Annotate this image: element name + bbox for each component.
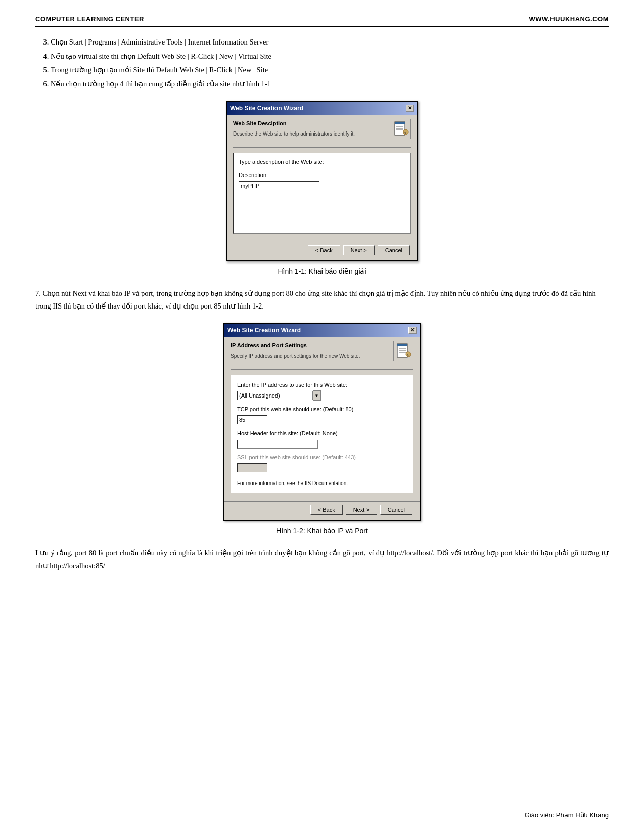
step-6: Nếu chọn trường hợp 4 thì bạn cung tấp d…: [51, 78, 609, 91]
dialog-2-title: Web Site Creation Wizard: [227, 325, 301, 335]
dialog-1-desc-label: Description:: [239, 170, 405, 180]
dialog-1-title: Web Site Creation Wizard: [230, 103, 303, 113]
step-4: Nếu tạo virtual site thì chọn Default We…: [51, 50, 609, 63]
dialog-2-tcp-input[interactable]: [237, 415, 267, 424]
dialog-1-section-title: Web Site Desciption: [233, 119, 386, 128]
dialog-2-close-button[interactable]: ✕: [408, 327, 417, 334]
step-7-text: Chọn nút Next và khai báo IP và port, tr…: [35, 289, 596, 310]
header-left: COMPUTER LEARNING CENTER: [35, 15, 144, 23]
dialog-2-tcp-label: TCP port this web site should use: (Defa…: [237, 405, 407, 414]
steps-list: Chọn Start | Programs | Administrative T…: [51, 36, 609, 91]
page: COMPUTER LEARNING CENTER WWW.HUUKHANG.CO…: [0, 0, 644, 834]
dialog-2: Web Site Creation Wizard ✕ IP Address an…: [223, 323, 421, 521]
step-7-number: 7.: [35, 289, 41, 297]
dialog-2-ssl-label: SSL port this web site should use: (Defa…: [237, 453, 407, 462]
ip-dropdown-arrow[interactable]: ▼: [313, 390, 321, 401]
para-text: Lưu ý rằng, port 80 là port chuẩn điều n…: [35, 547, 609, 573]
wizard-icon-2: $: [395, 343, 411, 359]
figure-1-caption: Hình 1-1: Khai báo diễn giải: [278, 266, 366, 278]
dialog-2-titlebar: Web Site Creation Wizard ✕: [224, 324, 420, 337]
dialog-1-next-button[interactable]: Next >: [343, 245, 375, 255]
dialog-1: Web Site Creation Wizard ✕ Web Site Desc…: [226, 101, 418, 261]
dialog-2-ip-row: ▼: [237, 390, 407, 401]
figure-2-caption: Hình 1-2: Khai báo IP và Port: [276, 525, 368, 537]
svg-rect-8: [397, 344, 407, 346]
dialog-1-header-row: Web Site Desciption Describe the Web sit…: [233, 119, 411, 148]
page-header: COMPUTER LEARNING CENTER WWW.HUUKHANG.CO…: [35, 15, 609, 27]
dialog-1-footer: < Back Next > Cancel: [227, 242, 417, 260]
dialog-2-host-label: Host Header for this site: (Default: Non…: [237, 429, 407, 438]
dialog-1-icon: $: [391, 119, 411, 139]
dialog-2-header-row: IP Address and Port Settings Specify IP …: [231, 341, 413, 370]
dialog-2-footer: < Back Next > Cancel: [224, 501, 420, 520]
dialog-1-section-desc: Describe the Web site to help administra…: [233, 129, 386, 138]
dialog-1-cancel-button[interactable]: Cancel: [378, 245, 410, 255]
dialog-1-inner-label: Type a description of the Web site:: [239, 157, 405, 167]
dialog-2-next-button[interactable]: Next >: [346, 505, 377, 515]
dialog-2-section-desc: Specify IP address and port settings for…: [231, 352, 388, 360]
dialog-1-back-button[interactable]: < Back: [308, 245, 340, 255]
dialog-2-ssl-input: [237, 463, 267, 472]
dialog-2-ip-label: Enter the IP address to use for this Web…: [237, 380, 407, 390]
dialog-1-header-text: Web Site Desciption Describe the Web sit…: [233, 119, 386, 143]
figure-2: Web Site Creation Wizard ✕ IP Address an…: [35, 323, 609, 537]
dialog-1-close-button[interactable]: ✕: [406, 105, 414, 112]
header-right: WWW.HUUKHANG.COM: [529, 15, 609, 23]
svg-rect-1: [395, 122, 405, 124]
page-footer: Giáo viên: Phạm Hữu Khang: [35, 808, 609, 819]
svg-text:$: $: [407, 353, 409, 357]
dialog-2-back-button[interactable]: < Back: [310, 505, 343, 515]
dialog-2-host-input[interactable]: [237, 440, 318, 449]
step-3: Chọn Start | Programs | Administrative T…: [51, 36, 609, 49]
dialog-1-inner: Type a description of the Web site: Desc…: [233, 153, 411, 234]
main-content: Chọn Start | Programs | Administrative T…: [35, 36, 609, 573]
figure-1: Web Site Creation Wizard ✕ Web Site Desc…: [35, 101, 609, 278]
dialog-2-inner: Enter the IP address to use for this Web…: [231, 375, 413, 493]
footer-text: Giáo viên: Phạm Hữu Khang: [525, 811, 609, 819]
dialog-1-titlebar: Web Site Creation Wizard ✕: [227, 102, 417, 115]
svg-text:$: $: [404, 131, 406, 135]
step-5: Trong trường hợp tạo mới Site thì Defaul…: [51, 64, 609, 76]
dialog-2-cancel-button[interactable]: Cancel: [380, 505, 412, 515]
dialog-1-desc-input[interactable]: [239, 181, 319, 190]
dialog-2-ip-input[interactable]: [237, 391, 313, 400]
dialog-2-icon: $: [393, 341, 413, 361]
step-7-container: 7. Chọn nút Next và khai báo IP và port,…: [35, 287, 609, 312]
dialog-2-section-title: IP Address and Port Settings: [231, 341, 388, 350]
dialog-2-info-text: For more information, see the IIS Docume…: [237, 479, 407, 488]
wizard-icon: $: [393, 121, 409, 137]
dialog-2-header-text: IP Address and Port Settings Specify IP …: [231, 341, 388, 365]
